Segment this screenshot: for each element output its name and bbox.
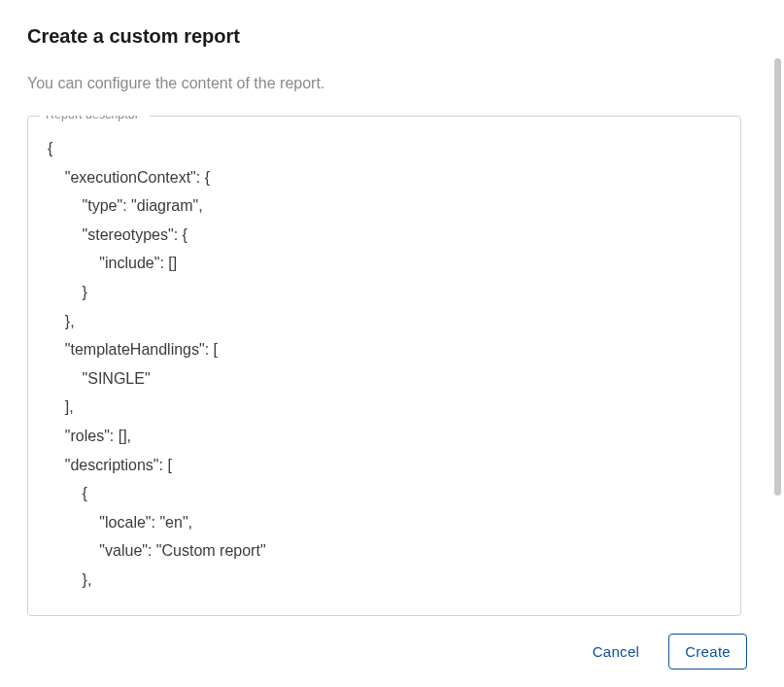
- page-scrollbar[interactable]: [774, 58, 781, 496]
- report-descriptor-textarea[interactable]: [28, 117, 740, 615]
- create-report-dialog: Create a custom report You can configure…: [0, 0, 784, 687]
- report-descriptor-field: Report descriptor*: [27, 116, 741, 616]
- dialog-title: Create a custom report: [27, 25, 757, 48]
- report-descriptor-fieldset: Report descriptor*: [27, 116, 741, 616]
- cancel-button[interactable]: Cancel: [577, 635, 656, 669]
- dialog-actions: Cancel Create: [27, 616, 757, 687]
- textarea-container: [28, 117, 740, 615]
- create-button[interactable]: Create: [668, 634, 747, 670]
- dialog-subtitle: You can configure the content of the rep…: [27, 75, 757, 92]
- fieldset-legend: Report descriptor*: [40, 116, 150, 121]
